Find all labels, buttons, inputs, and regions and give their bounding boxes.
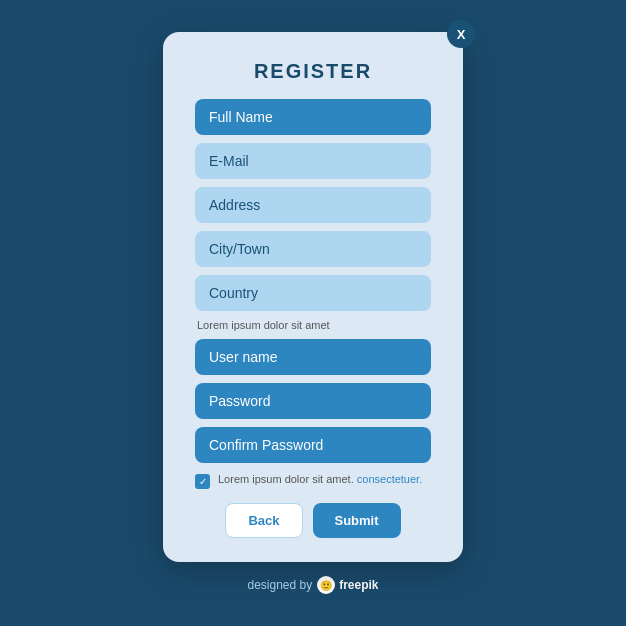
modal-title: REGISTER	[195, 60, 431, 83]
username-field[interactable]: User name	[195, 339, 431, 375]
footer-designed-by: designed by	[247, 578, 312, 592]
submit-button[interactable]: Submit	[313, 503, 401, 538]
footer-brand: freepik	[339, 578, 378, 592]
close-button[interactable]: X	[447, 20, 475, 48]
checkbox-row: ✓ Lorem ipsum dolor sit amet. consectetu…	[195, 473, 431, 489]
button-row: Back Submit	[195, 503, 431, 538]
register-modal: X REGISTER Full Name E-Mail Address City…	[163, 32, 463, 562]
country-field[interactable]: Country	[195, 275, 431, 311]
city-field[interactable]: City/Town	[195, 231, 431, 267]
checkbox-link[interactable]: consectetuer.	[357, 473, 422, 485]
email-field[interactable]: E-Mail	[195, 143, 431, 179]
back-button[interactable]: Back	[225, 503, 302, 538]
full-name-field[interactable]: Full Name	[195, 99, 431, 135]
checkbox[interactable]: ✓	[195, 474, 210, 489]
footer-logo: 🙂 freepik	[317, 576, 378, 594]
address-field[interactable]: Address	[195, 187, 431, 223]
confirm-password-field[interactable]: Confirm Password	[195, 427, 431, 463]
checkbox-label: Lorem ipsum dolor sit amet. consectetuer…	[218, 473, 422, 485]
footer: designed by 🙂 freepik	[247, 576, 378, 594]
freepik-icon: 🙂	[317, 576, 335, 594]
password-field[interactable]: Password	[195, 383, 431, 419]
divider-text: Lorem ipsum dolor sit amet	[197, 319, 431, 331]
